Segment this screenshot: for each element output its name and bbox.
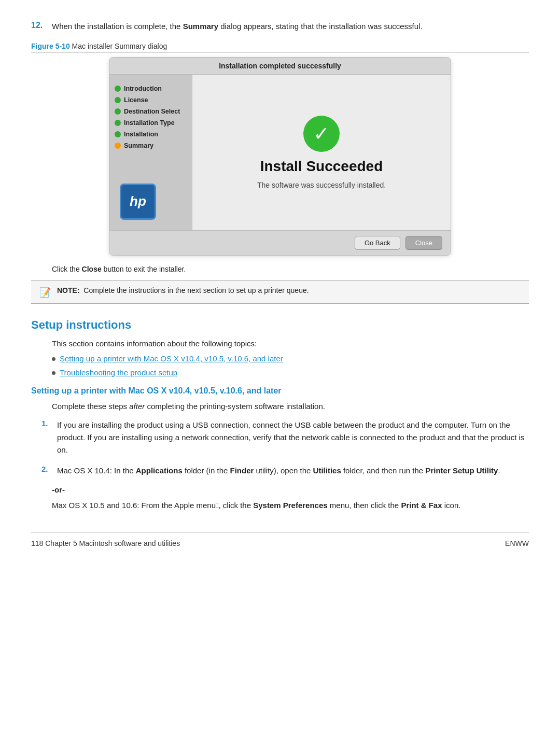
sidebar-item-summary: Summary: [115, 142, 187, 149]
hp-logo: hp: [120, 184, 156, 220]
sidebar-item-installation: Installation: [115, 131, 187, 138]
sub-intro: Complete these steps after completing th…: [52, 402, 529, 411]
dialog-body: Introduction License Destination Select …: [109, 75, 451, 230]
setup-bullet-list: Setting up a printer with Mac OS X v10.4…: [52, 354, 529, 377]
step-2-number: 2.: [41, 465, 51, 477]
page-footer: 118 Chapter 5 Macintosh software and uti…: [31, 532, 529, 547]
dialog-header: Installation completed successfully: [109, 58, 451, 75]
note-box: 📝 NOTE: Complete the instructions in the…: [31, 280, 529, 304]
footer-right: ENWW: [505, 539, 529, 547]
numbered-step-1: 1. If you are installing the product usi…: [41, 419, 529, 456]
close-instruction: Click the Close button to exit the insta…: [52, 265, 529, 273]
sidebar-item-introduction: Introduction: [115, 85, 187, 92]
sidebar-item-insttype: Installation Type: [115, 119, 187, 126]
sidebar-dot: [115, 120, 121, 126]
sidebar-item-destination: Destination Select: [115, 108, 187, 115]
note-icon: 📝: [39, 287, 51, 298]
link-setting-up[interactable]: Setting up a printer with Mac OS X v10.4…: [60, 354, 283, 363]
setup-intro: This section contains information about …: [52, 339, 529, 348]
link-troubleshooting[interactable]: Troubleshooting the product setup: [60, 368, 177, 377]
figure-caption: Figure 5-10 Mac installer Summary dialog: [31, 42, 529, 53]
sidebar-dot: [115, 131, 121, 137]
success-checkmark: ✓: [303, 116, 340, 152]
installer-dialog: Installation completed successfully Intr…: [109, 57, 451, 256]
step-12: 12. When the installation is complete, t…: [31, 21, 529, 33]
dialog-main-content: ✓ Install Succeeded The software was suc…: [192, 75, 451, 230]
note-text: NOTE: Complete the instructions in the n…: [57, 286, 309, 294]
or-divider: -or-: [52, 485, 529, 494]
step-text: When the installation is complete, the S…: [52, 21, 423, 33]
install-sub-text: The software was successfully installed.: [257, 181, 386, 189]
sidebar-dot: [115, 86, 121, 92]
dialog-footer: Go Back Close: [109, 230, 451, 255]
setup-instructions-heading: Setup instructions: [31, 318, 529, 332]
go-back-button[interactable]: Go Back: [355, 236, 400, 250]
install-succeeded-text: Install Succeeded: [260, 158, 383, 175]
step-number: 12.: [31, 21, 47, 33]
numbered-step-2: 2. Mac OS X 10.4: In the Applications fo…: [41, 465, 529, 477]
list-item: Setting up a printer with Mac OS X v10.4…: [52, 354, 529, 363]
step-1-text: If you are installing the product using …: [57, 419, 529, 456]
step-1-number: 1.: [41, 419, 51, 456]
step-2-text: Mac OS X 10.4: In the Applications folde…: [57, 465, 500, 477]
sidebar-dot: [115, 97, 121, 103]
sidebar-item-license: License: [115, 96, 187, 104]
installer-sidebar: Introduction License Destination Select …: [109, 75, 192, 230]
close-button[interactable]: Close: [405, 236, 442, 250]
continuation-text: Max OS X 10.5 and 10.6: From the Apple m…: [52, 499, 529, 512]
sub-section-heading: Setting up a printer with Mac OS X v10.4…: [31, 386, 529, 396]
bullet-dot: [52, 371, 55, 375]
sidebar-dot: [115, 108, 121, 115]
list-item: Troubleshooting the product setup: [52, 368, 529, 377]
sidebar-dot: [115, 143, 121, 149]
bullet-dot: [52, 357, 55, 361]
footer-left: 118 Chapter 5 Macintosh software and uti…: [31, 539, 180, 547]
